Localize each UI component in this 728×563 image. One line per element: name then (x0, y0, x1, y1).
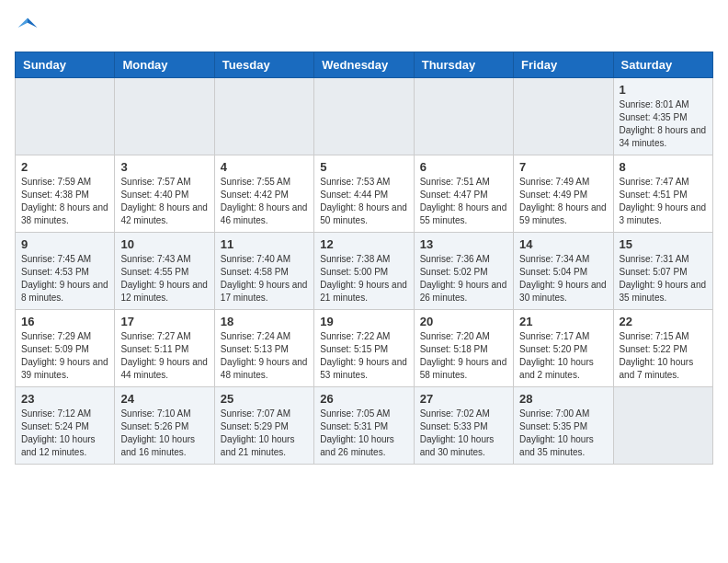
day-info: Sunrise: 7:45 AM Sunset: 4:53 PM Dayligh… (21, 253, 108, 304)
calendar-cell: 17Sunrise: 7:27 AM Sunset: 5:11 PM Dayli… (115, 310, 214, 387)
day-info: Sunrise: 7:43 AM Sunset: 4:55 PM Dayligh… (120, 253, 208, 304)
calendar-cell (414, 78, 513, 155)
day-number: 3 (120, 160, 208, 174)
calendar-header-row: SundayMondayTuesdayWednesdayThursdayFrid… (16, 52, 713, 78)
calendar-cell: 10Sunrise: 7:43 AM Sunset: 4:55 PM Dayli… (115, 233, 214, 310)
day-info: Sunrise: 7:49 AM Sunset: 4:49 PM Dayligh… (519, 176, 607, 227)
day-number: 25 (221, 392, 308, 406)
calendar-cell: 21Sunrise: 7:17 AM Sunset: 5:20 PM Dayli… (514, 310, 613, 387)
calendar-cell: 16Sunrise: 7:29 AM Sunset: 5:09 PM Dayli… (16, 310, 115, 387)
calendar-cell (314, 78, 414, 155)
calendar-cell: 28Sunrise: 7:00 AM Sunset: 5:35 PM Dayli… (514, 387, 613, 465)
day-number: 10 (120, 237, 208, 251)
day-number: 24 (120, 392, 208, 406)
day-info: Sunrise: 7:38 AM Sunset: 5:00 PM Dayligh… (320, 253, 407, 304)
day-info: Sunrise: 7:51 AM Sunset: 4:47 PM Dayligh… (420, 176, 507, 227)
calendar-week-row: 2Sunrise: 7:59 AM Sunset: 4:38 PM Daylig… (16, 155, 713, 233)
day-number: 4 (221, 160, 308, 174)
logo-icon (15, 15, 40, 40)
calendar-cell: 24Sunrise: 7:10 AM Sunset: 5:26 PM Dayli… (115, 387, 214, 465)
calendar-week-row: 16Sunrise: 7:29 AM Sunset: 5:09 PM Dayli… (16, 310, 713, 387)
day-info: Sunrise: 7:07 AM Sunset: 5:29 PM Dayligh… (221, 408, 308, 459)
day-info: Sunrise: 7:15 AM Sunset: 5:22 PM Dayligh… (620, 330, 707, 382)
day-number: 9 (21, 237, 108, 251)
calendar-cell (16, 78, 115, 155)
calendar-cell: 11Sunrise: 7:40 AM Sunset: 4:58 PM Dayli… (214, 233, 313, 310)
calendar-cell: 2Sunrise: 7:59 AM Sunset: 4:38 PM Daylig… (16, 155, 115, 233)
calendar-cell: 12Sunrise: 7:38 AM Sunset: 5:00 PM Dayli… (314, 233, 414, 310)
calendar-cell: 5Sunrise: 7:53 AM Sunset: 4:44 PM Daylig… (314, 155, 414, 233)
calendar-cell (214, 78, 313, 155)
day-number: 26 (320, 392, 407, 406)
calendar-cell: 3Sunrise: 7:57 AM Sunset: 4:40 PM Daylig… (115, 155, 214, 233)
day-info: Sunrise: 7:05 AM Sunset: 5:31 PM Dayligh… (320, 408, 407, 459)
day-number: 2 (21, 160, 108, 174)
calendar-cell: 13Sunrise: 7:36 AM Sunset: 5:02 PM Dayli… (414, 233, 513, 310)
calendar: SundayMondayTuesdayWednesdayThursdayFrid… (15, 52, 713, 465)
day-number: 16 (21, 315, 108, 328)
day-info: Sunrise: 7:22 AM Sunset: 5:15 PM Dayligh… (320, 330, 407, 382)
calendar-cell: 4Sunrise: 7:55 AM Sunset: 4:42 PM Daylig… (214, 155, 313, 233)
calendar-week-row: 1Sunrise: 8:01 AM Sunset: 4:35 PM Daylig… (16, 78, 713, 155)
day-number: 12 (320, 237, 407, 251)
day-number: 6 (420, 160, 507, 174)
day-number: 28 (519, 392, 607, 406)
calendar-cell: 22Sunrise: 7:15 AM Sunset: 5:22 PM Dayli… (613, 310, 712, 387)
weekday-header-sunday: Sunday (16, 52, 115, 78)
calendar-cell (613, 387, 712, 465)
day-info: Sunrise: 7:59 AM Sunset: 4:38 PM Dayligh… (21, 176, 108, 227)
weekday-header-monday: Monday (115, 52, 214, 78)
weekday-header-friday: Friday (514, 52, 613, 78)
day-number: 5 (320, 160, 407, 174)
calendar-cell: 18Sunrise: 7:24 AM Sunset: 5:13 PM Dayli… (214, 310, 313, 387)
day-number: 14 (519, 237, 607, 251)
calendar-cell: 14Sunrise: 7:34 AM Sunset: 5:04 PM Dayli… (514, 233, 613, 310)
calendar-cell: 9Sunrise: 7:45 AM Sunset: 4:53 PM Daylig… (16, 233, 115, 310)
calendar-cell (514, 78, 613, 155)
calendar-cell: 15Sunrise: 7:31 AM Sunset: 5:07 PM Dayli… (613, 233, 712, 310)
day-number: 18 (221, 315, 308, 328)
calendar-cell: 20Sunrise: 7:20 AM Sunset: 5:18 PM Dayli… (414, 310, 513, 387)
day-info: Sunrise: 7:55 AM Sunset: 4:42 PM Dayligh… (221, 176, 308, 227)
day-info: Sunrise: 7:53 AM Sunset: 4:44 PM Dayligh… (320, 176, 407, 227)
day-info: Sunrise: 7:12 AM Sunset: 5:24 PM Dayligh… (21, 408, 108, 459)
day-info: Sunrise: 7:57 AM Sunset: 4:40 PM Dayligh… (120, 176, 208, 227)
calendar-cell: 23Sunrise: 7:12 AM Sunset: 5:24 PM Dayli… (16, 387, 115, 465)
svg-marker-1 (18, 18, 28, 29)
day-number: 15 (620, 237, 707, 251)
day-info: Sunrise: 7:02 AM Sunset: 5:33 PM Dayligh… (420, 408, 507, 459)
calendar-cell: 6Sunrise: 7:51 AM Sunset: 4:47 PM Daylig… (414, 155, 513, 233)
weekday-header-thursday: Thursday (414, 52, 513, 78)
day-info: Sunrise: 7:40 AM Sunset: 4:58 PM Dayligh… (221, 253, 308, 304)
calendar-cell: 1Sunrise: 8:01 AM Sunset: 4:35 PM Daylig… (613, 78, 712, 155)
weekday-header-tuesday: Tuesday (214, 52, 313, 78)
day-info: Sunrise: 7:31 AM Sunset: 5:07 PM Dayligh… (620, 253, 707, 304)
weekday-header-saturday: Saturday (613, 52, 712, 78)
day-info: Sunrise: 7:10 AM Sunset: 5:26 PM Dayligh… (120, 408, 208, 459)
day-number: 1 (620, 83, 707, 97)
calendar-cell: 25Sunrise: 7:07 AM Sunset: 5:29 PM Dayli… (214, 387, 313, 465)
calendar-cell: 27Sunrise: 7:02 AM Sunset: 5:33 PM Dayli… (414, 387, 513, 465)
day-number: 13 (420, 237, 507, 251)
day-number: 7 (519, 160, 607, 174)
day-info: Sunrise: 7:34 AM Sunset: 5:04 PM Dayligh… (519, 253, 607, 304)
calendar-week-row: 23Sunrise: 7:12 AM Sunset: 5:24 PM Dayli… (16, 387, 713, 465)
calendar-cell: 8Sunrise: 7:47 AM Sunset: 4:51 PM Daylig… (613, 155, 712, 233)
calendar-week-row: 9Sunrise: 7:45 AM Sunset: 4:53 PM Daylig… (16, 233, 713, 310)
svg-marker-0 (28, 18, 38, 29)
day-info: Sunrise: 7:20 AM Sunset: 5:18 PM Dayligh… (420, 330, 507, 382)
calendar-cell: 7Sunrise: 7:49 AM Sunset: 4:49 PM Daylig… (514, 155, 613, 233)
day-number: 17 (120, 315, 208, 328)
day-number: 20 (420, 315, 507, 328)
day-number: 21 (519, 315, 607, 328)
weekday-header-wednesday: Wednesday (314, 52, 414, 78)
day-number: 8 (620, 160, 707, 174)
day-info: Sunrise: 7:00 AM Sunset: 5:35 PM Dayligh… (519, 408, 607, 459)
day-number: 22 (620, 315, 707, 328)
day-info: Sunrise: 7:36 AM Sunset: 5:02 PM Dayligh… (420, 253, 507, 304)
page-header (15, 15, 713, 40)
day-info: Sunrise: 7:17 AM Sunset: 5:20 PM Dayligh… (519, 330, 607, 382)
logo (15, 15, 44, 40)
day-info: Sunrise: 7:24 AM Sunset: 5:13 PM Dayligh… (221, 330, 308, 382)
calendar-cell (115, 78, 214, 155)
